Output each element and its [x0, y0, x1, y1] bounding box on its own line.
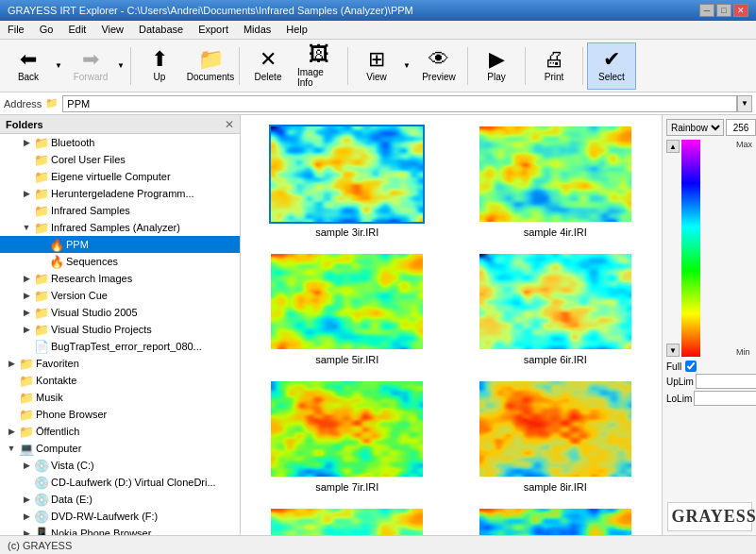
thumb-item-sample6[interactable]: sample 6ir.IRI: [459, 252, 653, 365]
palette-select[interactable]: Rainbow: [666, 119, 724, 136]
expander-nokia[interactable]: ▶: [19, 526, 34, 535]
thumb-item-sample7[interactable]: sample 7ir.IRI: [250, 379, 445, 493]
expander-cd-laufwerk[interactable]: [19, 475, 34, 490]
tree-item-computer[interactable]: ▼💻Computer: [0, 440, 240, 457]
forward-button[interactable]: ➡ Forward: [66, 42, 115, 90]
expander-vista[interactable]: ▶: [19, 458, 34, 473]
full-checkbox[interactable]: [685, 361, 697, 372]
expander-sequences[interactable]: [34, 254, 49, 269]
documents-button[interactable]: 📁 Documents: [186, 42, 235, 90]
forward-arrow[interactable]: ▼: [115, 42, 126, 90]
tree-item-data-e[interactable]: ▶💿Data (E:): [0, 491, 240, 508]
folder-label-infrared-analyzer: Infrared Samples (Analyzer): [51, 222, 180, 233]
menu-item-view[interactable]: View: [93, 23, 131, 37]
folder-label-version: Version Cue: [51, 290, 108, 301]
tree-item-corel[interactable]: 📁Corel User Files: [0, 151, 240, 168]
expander-offentlich[interactable]: ▶: [4, 424, 19, 439]
menu-item-database[interactable]: Database: [131, 23, 191, 37]
folders-close-button[interactable]: ✕: [225, 118, 234, 131]
folder-icon-phone-browser: 📁: [19, 407, 34, 422]
tree-item-favoriten[interactable]: ▶📁Favoriten: [0, 355, 240, 372]
tree-item-offentlich[interactable]: ▶📁Öffentlich: [0, 423, 240, 440]
close-button[interactable]: ✕: [733, 4, 748, 17]
expander-kontakte[interactable]: [4, 373, 19, 388]
lolim-input[interactable]: [694, 391, 756, 406]
menu-item-go[interactable]: Go: [32, 23, 61, 37]
tree-item-sequences[interactable]: 🔥Sequences: [0, 253, 240, 270]
expander-bugtrap[interactable]: [19, 339, 34, 354]
preview-button[interactable]: 👁 Preview: [414, 42, 463, 90]
expander-version[interactable]: ▶: [19, 288, 34, 303]
back-button[interactable]: ⬅ Back: [4, 42, 53, 90]
menu-item-midas[interactable]: Midas: [236, 23, 278, 37]
menu-item-edit[interactable]: Edit: [60, 23, 93, 37]
thumb-item-sample3[interactable]: sample 3ir.IRI: [250, 125, 445, 238]
tree-item-research[interactable]: ▶📁Research Images: [0, 270, 240, 287]
folders-tree[interactable]: ▶📁Bluetooth📁Corel User Files📁Eigene virt…: [0, 134, 240, 535]
expander-infrared[interactable]: [19, 203, 34, 218]
expander-data-e[interactable]: ▶: [19, 492, 34, 507]
back-arrow[interactable]: ▼: [53, 42, 64, 90]
tree-item-kontakte[interactable]: 📁Kontakte: [0, 372, 240, 389]
thumbnail-grid[interactable]: sample 3ir.IRIsample 4ir.IRIsample 5ir.I…: [241, 115, 662, 535]
expander-ppm[interactable]: [34, 237, 49, 252]
tree-item-vsp[interactable]: ▶📁Visual Studio Projects: [0, 321, 240, 338]
tree-item-bugtrap[interactable]: 📄BugTrapTest_error_report_080...: [0, 338, 240, 355]
uplim-input[interactable]: [696, 374, 756, 389]
view-button[interactable]: ⊞ View: [352, 42, 401, 90]
thumb-item-sample5[interactable]: sample 5ir.IRI: [250, 252, 445, 365]
palette-value-input[interactable]: [726, 119, 756, 136]
menu-item-export[interactable]: Export: [191, 23, 236, 37]
tree-item-vista[interactable]: ▶💿Vista (C:): [0, 457, 240, 474]
tree-item-herunter[interactable]: ▶📁Heruntergeladene Programm...: [0, 185, 240, 202]
tree-item-eigene[interactable]: 📁Eigene virtuelle Computer: [0, 168, 240, 185]
image-info-button[interactable]: 🖼 Image Info: [294, 42, 344, 90]
expander-vs2005[interactable]: ▶: [19, 305, 34, 320]
expander-bluetooth[interactable]: ▶: [19, 135, 34, 150]
folder-label-bugtrap: BugTrapTest_error_report_080...: [51, 341, 202, 352]
expander-research[interactable]: ▶: [19, 271, 34, 286]
minimize-button[interactable]: ─: [699, 4, 714, 17]
expander-eigene[interactable]: [19, 169, 34, 184]
address-dropdown[interactable]: ▼: [737, 95, 752, 112]
tree-item-bluetooth[interactable]: ▶📁Bluetooth: [0, 134, 240, 151]
thumb-item-sample9[interactable]: sample 9ir.IRI: [250, 507, 445, 535]
folder-label-infrared: Infrared Samples: [51, 205, 130, 216]
tree-item-version[interactable]: ▶📁Version Cue: [0, 287, 240, 304]
expander-vsp[interactable]: ▶: [19, 322, 34, 337]
play-button[interactable]: ▶ Play: [472, 42, 521, 90]
tree-item-infrared[interactable]: 📁Infrared Samples: [0, 202, 240, 219]
address-input[interactable]: [62, 95, 737, 112]
select-button[interactable]: ✔ Select: [587, 42, 636, 90]
tree-item-vs2005[interactable]: ▶📁Visual Studio 2005: [0, 304, 240, 321]
thumb-item-sample4[interactable]: sample 4ir.IRI: [459, 125, 653, 238]
expander-herunter[interactable]: ▶: [19, 186, 34, 201]
up-button[interactable]: ⬆ Up: [135, 42, 184, 90]
expander-phone-browser[interactable]: [4, 407, 19, 422]
expander-corel[interactable]: [19, 152, 34, 167]
thumb-item-sample10[interactable]: sample 10ir.IRI: [459, 507, 653, 535]
tree-item-cd-laufwerk[interactable]: 💿CD-Laufwerk (D:) Virtual CloneDri...: [0, 474, 240, 491]
expander-infrared-analyzer[interactable]: ▼: [19, 220, 34, 235]
sep5: [525, 47, 526, 85]
tree-item-nokia[interactable]: ▶📱Nokia Phone Browser: [0, 525, 240, 535]
tree-item-dvd[interactable]: ▶💿DVD-RW-Laufwerk (F:): [0, 508, 240, 525]
documents-icon: 📁: [198, 49, 224, 70]
menu-item-help[interactable]: Help: [278, 23, 315, 37]
menu-item-file[interactable]: File: [0, 23, 32, 37]
delete-button[interactable]: ✕ Delete: [244, 42, 293, 90]
thumb-item-sample8[interactable]: sample 8ir.IRI: [459, 379, 653, 493]
colorbar-up-arrow[interactable]: ▲: [666, 140, 680, 153]
tree-item-infrared-analyzer[interactable]: ▼📁Infrared Samples (Analyzer): [0, 219, 240, 236]
view-arrow[interactable]: ▼: [401, 42, 412, 90]
tree-item-musik[interactable]: 📁Musik: [0, 389, 240, 406]
tree-item-ppm[interactable]: 🔥PPM: [0, 236, 240, 253]
tree-item-phone-browser[interactable]: 📁Phone Browser: [0, 406, 240, 423]
colorbar-down-arrow[interactable]: ▼: [666, 344, 680, 357]
expander-computer[interactable]: ▼: [4, 441, 19, 456]
maximize-button[interactable]: □: [716, 4, 731, 17]
print-button[interactable]: 🖨 Print: [529, 42, 579, 90]
expander-favoriten[interactable]: ▶: [4, 356, 19, 371]
expander-dvd[interactable]: ▶: [19, 509, 34, 524]
expander-musik[interactable]: [4, 390, 19, 405]
